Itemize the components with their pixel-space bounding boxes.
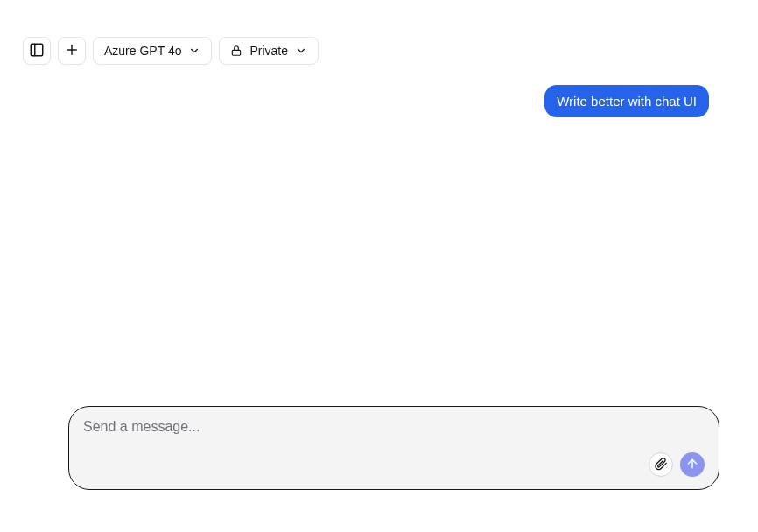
- user-message: Write better with chat UI: [544, 85, 709, 117]
- paperclip-icon: [654, 457, 668, 473]
- visibility-label: Private: [249, 44, 288, 58]
- arrow-up-icon: [685, 457, 699, 473]
- user-message-text: Write better with chat UI: [557, 94, 697, 108]
- model-selector-label: Azure GPT 4o: [104, 44, 181, 58]
- send-button[interactable]: [680, 452, 705, 477]
- visibility-selector[interactable]: Private: [219, 37, 319, 65]
- messages-area: Write better with chat UI: [544, 85, 709, 117]
- svg-rect-0: [31, 44, 43, 56]
- message-input[interactable]: [83, 419, 705, 435]
- panel-icon: [29, 42, 45, 60]
- model-selector[interactable]: Azure GPT 4o: [93, 37, 212, 65]
- attach-button[interactable]: [649, 452, 673, 477]
- svg-rect-4: [233, 50, 241, 55]
- toolbar: Azure GPT 4o Private: [0, 0, 758, 65]
- chevron-down-icon: [188, 45, 200, 57]
- composer: [68, 406, 719, 490]
- plus-icon: [64, 42, 80, 60]
- lock-icon: [230, 45, 242, 57]
- chevron-down-icon: [295, 45, 307, 57]
- sidebar-toggle-button[interactable]: [23, 37, 51, 65]
- composer-actions: [83, 452, 705, 477]
- new-chat-button[interactable]: [58, 37, 86, 65]
